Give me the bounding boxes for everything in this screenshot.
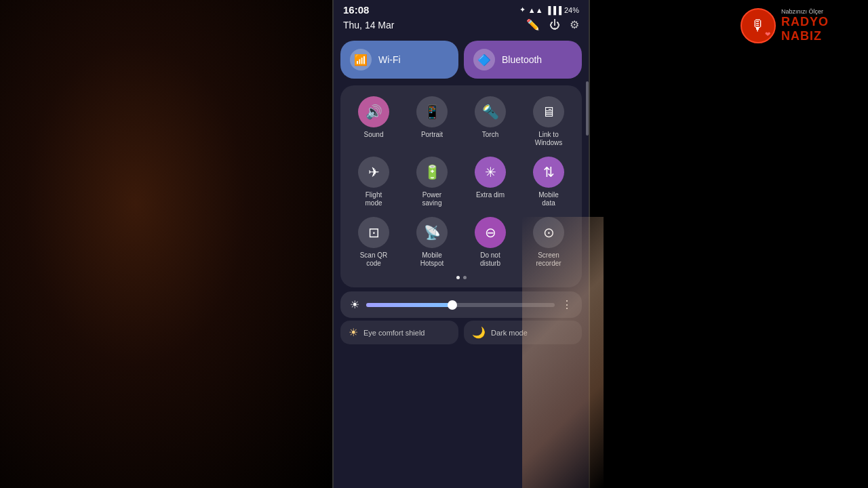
sound-icon: 🔊 xyxy=(358,96,389,127)
do-not-disturb-icon: ⊖ xyxy=(475,217,506,248)
logo-mic-icon: 🎙 xyxy=(751,17,766,35)
tile-power-saving[interactable]: 🔋 Powersaving xyxy=(404,154,460,210)
page-dot-1 xyxy=(456,276,460,279)
logo-brand: RADYO NABIZ xyxy=(781,15,863,43)
background-left xyxy=(0,0,332,488)
mobile-data-icon: ⇅ xyxy=(533,157,564,188)
header-actions: ✏️ ⏻ ⚙ xyxy=(526,18,579,31)
logo-text-block: Nabzınızı Ölçer RADYO NABIZ xyxy=(781,8,863,43)
tile-mobile-hotspot[interactable]: 📡 MobileHotspot xyxy=(404,214,460,270)
portrait-icon: 📱 xyxy=(416,96,448,127)
page-dots xyxy=(346,276,576,282)
logo-icon-circle: 🎙 ❤ xyxy=(741,8,776,43)
scan-qr-icon: ⊡ xyxy=(358,217,389,248)
bluetooth-tile-icon: 🔷 xyxy=(473,49,495,70)
wifi-tile-icon: 📶 xyxy=(350,49,372,70)
signal-icon: ▐▐▐ xyxy=(546,6,561,14)
quick-tiles-container: 🔊 Sound 📱 Portrait 🔦 Torch 🖥 Link toWind… xyxy=(340,85,582,287)
tile-sound[interactable]: 🔊 Sound xyxy=(346,94,401,150)
link-windows-icon: 🖥 xyxy=(533,96,564,127)
brightness-row[interactable]: ☀ ⋮ xyxy=(340,291,582,318)
eye-comfort-label: Eye comfort shield xyxy=(363,329,425,337)
power-icon[interactable]: ⏻ xyxy=(549,19,560,31)
extra-dim-label: Extra dim xyxy=(476,191,505,199)
bottom-toggles: ☀ Eye comfort shield 🌙 Dark mode xyxy=(340,321,582,344)
tile-mobile-data[interactable]: ⇅ Mobiledata xyxy=(521,154,576,210)
mobile-hotspot-label: MobileHotspot xyxy=(420,251,443,268)
wifi-tile[interactable]: 📶 Wi-Fi xyxy=(340,41,458,79)
side-scrollbar[interactable] xyxy=(586,81,589,136)
battery-level: 24% xyxy=(564,6,579,14)
power-saving-icon: 🔋 xyxy=(416,157,448,188)
header-date: Thu, 14 Mar xyxy=(343,20,394,30)
eye-comfort-toggle[interactable]: ☀ Eye comfort shield xyxy=(340,321,458,344)
tile-torch[interactable]: 🔦 Torch xyxy=(462,94,518,150)
dark-mode-toggle[interactable]: 🌙 Dark mode xyxy=(464,321,582,344)
brightness-menu-icon[interactable]: ⋮ xyxy=(561,298,572,311)
page-dot-2 xyxy=(463,276,467,279)
logo-heart-icon: ❤ xyxy=(765,30,770,38)
tile-extra-dim[interactable]: ✳ Extra dim xyxy=(462,154,518,210)
status-icons: ✦ ▲▲ ▐▐▐ 24% xyxy=(519,5,579,14)
torch-label: Torch xyxy=(482,131,498,139)
bluetooth-tile-label: Bluetooth xyxy=(502,54,542,65)
brightness-icon: ☀ xyxy=(350,298,359,311)
background-right xyxy=(604,0,868,488)
brightness-track[interactable] xyxy=(366,303,555,307)
torch-icon: 🔦 xyxy=(475,96,506,127)
status-time: 16:08 xyxy=(343,4,369,16)
wifi-status-icon: ▲▲ xyxy=(528,6,543,14)
bluetooth-tile[interactable]: 🔷 Bluetooth xyxy=(464,41,582,79)
scan-qr-label: Scan QRcode xyxy=(360,251,388,268)
dark-mode-label: Dark mode xyxy=(491,329,528,337)
logo-overlay: 🎙 ❤ Nabzınızı Ölçer RADYO NABIZ xyxy=(741,5,863,46)
portrait-label: Portrait xyxy=(421,131,443,139)
brightness-fill xyxy=(366,303,451,307)
flight-mode-icon: ✈ xyxy=(358,157,389,188)
power-saving-label: Powersaving xyxy=(422,191,442,207)
top-tiles-row: 📶 Wi-Fi 🔷 Bluetooth xyxy=(334,37,589,83)
tile-link-windows[interactable]: 🖥 Link toWindows xyxy=(521,94,576,150)
status-bar: 16:08 ✦ ▲▲ ▐▐▐ 24% xyxy=(334,0,589,17)
header-row: Thu, 14 Mar ✏️ ⏻ ⚙ xyxy=(334,17,589,37)
phone-frame: 16:08 ✦ ▲▲ ▐▐▐ 24% Thu, 14 Mar ✏️ ⏻ ⚙ 📶 … xyxy=(332,0,590,488)
mobile-data-label: Mobiledata xyxy=(538,191,558,207)
flight-mode-label: Flightmode xyxy=(365,191,382,207)
eye-comfort-icon: ☀ xyxy=(349,326,358,339)
dark-mode-icon: 🌙 xyxy=(472,326,486,339)
tile-portrait[interactable]: 📱 Portrait xyxy=(404,94,460,150)
bluetooth-status-icon: ✦ xyxy=(519,5,526,14)
screen-recorder-icon: ⊙ xyxy=(533,217,564,248)
screen-recorder-label: Screenrecorder xyxy=(536,251,561,268)
link-windows-label: Link toWindows xyxy=(535,131,563,147)
extra-dim-icon: ✳ xyxy=(475,157,506,188)
logo-subtitle: Nabzınızı Ölçer xyxy=(781,8,863,15)
tile-do-not-disturb[interactable]: ⊖ Do notdisturb xyxy=(462,214,518,270)
mobile-hotspot-icon: 📡 xyxy=(416,217,448,248)
edit-icon[interactable]: ✏️ xyxy=(526,18,540,31)
tile-flight-mode[interactable]: ✈ Flightmode xyxy=(346,154,401,210)
wifi-tile-label: Wi-Fi xyxy=(378,54,401,65)
settings-icon[interactable]: ⚙ xyxy=(570,18,579,31)
tile-screen-recorder[interactable]: ⊙ Screenrecorder xyxy=(521,214,576,270)
quick-tiles-grid: 🔊 Sound 📱 Portrait 🔦 Torch 🖥 Link toWind… xyxy=(346,94,576,270)
do-not-disturb-label: Do notdisturb xyxy=(480,251,500,268)
phone-screen: 16:08 ✦ ▲▲ ▐▐▐ 24% Thu, 14 Mar ✏️ ⏻ ⚙ 📶 … xyxy=(334,0,589,488)
brightness-thumb[interactable] xyxy=(448,300,457,310)
tile-scan-qr[interactable]: ⊡ Scan QRcode xyxy=(346,214,401,270)
sound-label: Sound xyxy=(364,131,384,139)
